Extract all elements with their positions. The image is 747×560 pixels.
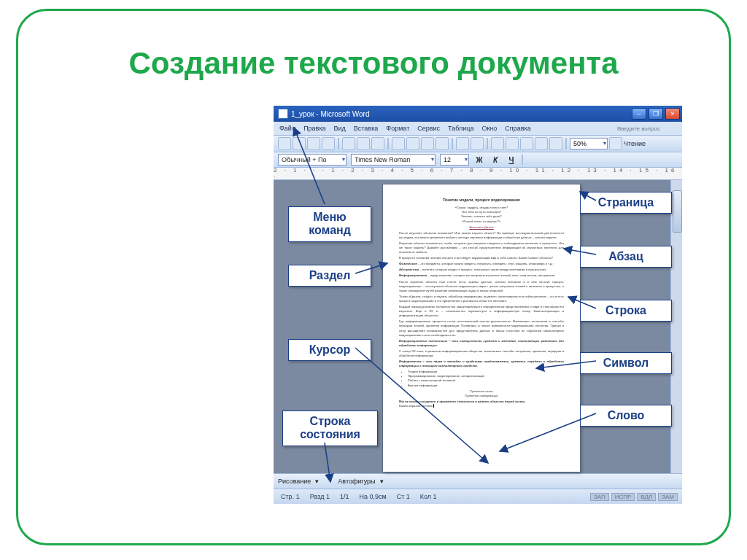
zoom-combo[interactable]: 50% bbox=[570, 138, 608, 149]
toolbar-button[interactable] bbox=[456, 137, 469, 150]
toolbar-button[interactable] bbox=[403, 476, 413, 486]
underline-button[interactable]: Ч bbox=[506, 154, 517, 166]
align-button[interactable] bbox=[527, 155, 538, 165]
horizontal-ruler[interactable]: 2 · 1 · · · 1 · 2 · 3 · 4 · 5 · 6 · 7 · … bbox=[274, 167, 682, 180]
toolbar-button[interactable] bbox=[392, 137, 405, 150]
menu-item[interactable]: Формат bbox=[386, 125, 409, 132]
toolbar-button[interactable] bbox=[432, 476, 442, 486]
toolbar-button[interactable] bbox=[471, 137, 484, 150]
callout-status-bar: Строкасостояния bbox=[282, 411, 378, 446]
toolbar-button[interactable] bbox=[506, 137, 519, 150]
indicator: ЗАМ bbox=[658, 493, 678, 501]
status-page: Стр. 1 bbox=[281, 493, 300, 500]
status-pages: 1/1 bbox=[340, 493, 349, 500]
menu-item[interactable]: Файл bbox=[279, 125, 295, 132]
ask-question-box[interactable]: Введите вопрос bbox=[617, 125, 660, 132]
toolbar-button[interactable] bbox=[278, 137, 291, 150]
close-button[interactable]: × bbox=[665, 108, 680, 120]
indicator: ИСПР bbox=[611, 493, 635, 501]
menu-item[interactable]: Вставка bbox=[354, 125, 378, 132]
window-caption: 1_урок - Microsoft Word bbox=[291, 110, 369, 118]
maximize-button[interactable]: ❐ bbox=[649, 108, 663, 120]
align-button[interactable] bbox=[571, 155, 581, 165]
menu-item[interactable]: Окно bbox=[481, 125, 497, 132]
callout-cursor: Курсор bbox=[288, 339, 371, 361]
toolbar-button[interactable] bbox=[342, 137, 355, 150]
font-combo[interactable]: Times New Roman bbox=[351, 154, 436, 166]
menu-item[interactable]: Сервис bbox=[417, 125, 440, 132]
callout-word: Слово bbox=[580, 405, 672, 427]
toolbar-button[interactable] bbox=[491, 137, 504, 150]
callout-section: Раздел bbox=[288, 265, 371, 287]
menu-item[interactable]: Таблица bbox=[448, 125, 473, 132]
align-button[interactable] bbox=[557, 155, 567, 165]
style-combo[interactable]: Обычный + По bbox=[278, 154, 347, 166]
callout-paragraph: Абзац bbox=[580, 246, 672, 268]
indicator: ЗАП bbox=[590, 493, 609, 501]
toolbar-button[interactable] bbox=[535, 137, 548, 150]
window-titlebar: 1_урок - Microsoft Word – ❐ × bbox=[274, 106, 682, 122]
status-col: Кол 1 bbox=[420, 493, 437, 500]
toolbar-button[interactable] bbox=[421, 137, 434, 150]
toolbar-button[interactable] bbox=[476, 476, 486, 486]
slide-frame: Создание текстового документа 1_урок - M… bbox=[16, 9, 731, 545]
align-button[interactable] bbox=[542, 155, 552, 165]
toolbar-button[interactable] bbox=[406, 137, 419, 150]
toolbar-button[interactable] bbox=[417, 476, 427, 486]
bold-button[interactable]: Ж bbox=[473, 154, 485, 166]
status-indicators: ЗАП ИСПР ВДЛ ЗАМ bbox=[590, 493, 682, 501]
callout-line: Строка bbox=[580, 300, 672, 322]
toolbar-button[interactable] bbox=[323, 476, 333, 486]
autoshapes-menu[interactable]: Автофигуры bbox=[338, 478, 375, 485]
toolbar-button[interactable] bbox=[436, 137, 449, 150]
scrollbar-thumb[interactable] bbox=[673, 190, 682, 233]
toolbar-button[interactable] bbox=[293, 137, 306, 150]
font-size-combo[interactable]: 12 bbox=[440, 154, 469, 166]
vertical-scrollbar[interactable] bbox=[670, 180, 682, 473]
read-mode-button[interactable]: Чтение bbox=[624, 140, 646, 147]
callout-symbol: Символ bbox=[580, 352, 672, 374]
menu-item[interactable]: Вид bbox=[334, 125, 346, 132]
toolbar-button[interactable] bbox=[446, 476, 457, 486]
callout-page: Страница bbox=[580, 192, 672, 214]
minimize-button[interactable]: – bbox=[632, 108, 646, 120]
italic-button[interactable]: К bbox=[489, 154, 501, 166]
menu-bar: Файл Правка Вид Вставка Формат Сервис Та… bbox=[274, 122, 682, 135]
toolbar-button[interactable] bbox=[520, 137, 533, 150]
menu-item[interactable]: Правка bbox=[303, 125, 325, 132]
menu-item[interactable]: Справка bbox=[505, 125, 530, 132]
standard-toolbar: 50% Чтение bbox=[274, 135, 682, 152]
slide-title: Создание текстового документа bbox=[18, 46, 729, 81]
toolbar-button[interactable] bbox=[322, 137, 335, 150]
callout-menu-commands: Менюкоманд bbox=[288, 206, 371, 242]
indicator: ВДЛ bbox=[637, 493, 656, 501]
toolbar-button[interactable] bbox=[357, 137, 370, 150]
document-page[interactable]: Понятие модели, процесс моделирования «С… bbox=[383, 184, 580, 472]
drawing-menu[interactable]: Рисование bbox=[278, 478, 311, 485]
toolbar-button[interactable] bbox=[371, 137, 384, 150]
status-line: Ст 1 bbox=[397, 493, 410, 500]
toolbar-button[interactable] bbox=[549, 137, 562, 150]
toolbar-button[interactable] bbox=[609, 137, 622, 150]
word-screenshot: 1_урок - Microsoft Word – ❐ × Файл Правк… bbox=[274, 106, 682, 499]
formatting-toolbar: Обычный + По Times New Roman 12 Ж К Ч bbox=[274, 152, 682, 167]
toolbar-button[interactable] bbox=[388, 476, 398, 486]
toolbar-button[interactable] bbox=[307, 137, 320, 150]
toolbar-button[interactable] bbox=[461, 476, 471, 486]
status-bar: Стр. 1 Разд 1 1/1 На 0,9см Ст 1 Кол 1 ЗА… bbox=[274, 489, 682, 504]
status-at: На 0,9см bbox=[359, 493, 386, 500]
drawing-toolbar: Рисование ▾ Автофигуры ▾ bbox=[274, 473, 682, 489]
status-section: Разд 1 bbox=[310, 493, 330, 500]
word-doc-icon bbox=[278, 109, 288, 119]
